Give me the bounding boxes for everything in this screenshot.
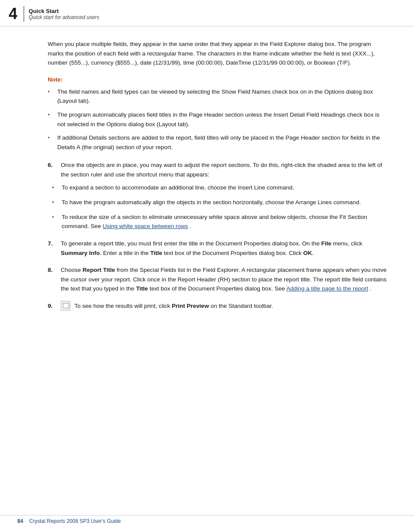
step-8-number: 8. (48, 265, 61, 275)
step-7: 7. To generate a report title, you must … (48, 239, 388, 258)
step-6-number: 6. (48, 160, 61, 170)
step-7-text: To generate a report title, you must fir… (61, 239, 388, 258)
list-item: • If additional Details sections are add… (48, 133, 388, 152)
intro-paragraph: When you place multiple fields, they app… (48, 39, 388, 68)
bullet-icon: • (52, 212, 59, 222)
page: 4 Quick Start Quick start for advanced u… (0, 0, 414, 532)
footer-book-title: Crystal Reports 2008 SP3 User's Guide (29, 518, 121, 524)
note-bullet-2: The program automatically places field t… (57, 110, 388, 129)
note-section: Note: • The field names and field types … (48, 76, 388, 152)
list-item: • The program automatically places field… (48, 110, 388, 129)
step-6-bullets: • To expand a section to accommodate an … (48, 183, 388, 231)
step-7-number: 7. (48, 239, 61, 248)
bullet-icon: • (52, 198, 59, 207)
step-8: 8. Choose Report Title from the Special … (48, 265, 388, 294)
print-preview-icon (61, 301, 70, 310)
main-content: When you place multiple fields, they app… (0, 26, 414, 332)
step-6-bullet-1: To expand a section to accommodate an ad… (62, 183, 294, 193)
step-6-bullet-2: To have the program automatically align … (62, 198, 361, 207)
bullet-icon: • (48, 110, 55, 120)
adding-title-link[interactable]: Adding a title page to the report (286, 285, 368, 292)
list-item: • To reduce the size of a section to eli… (52, 212, 388, 231)
list-item: • To have the program automatically alig… (52, 198, 388, 207)
bullet-icon: • (48, 87, 55, 97)
note-label: Note: (48, 76, 388, 83)
step-6: 6. Once the objects are in place, you ma… (48, 160, 388, 231)
white-space-link[interactable]: Using white space between rows (103, 223, 188, 229)
bullet-icon: • (48, 133, 55, 143)
note-bullet-1: The field names and field types can be v… (57, 87, 388, 106)
footer-page-number: 84 (17, 518, 23, 524)
list-item: • The field names and field types can be… (48, 87, 388, 106)
note-bullet-3: If additional Details sections are added… (57, 133, 388, 152)
chapter-number: 4 (9, 6, 17, 22)
step-6-bullet-3: To reduce the size of a section to elimi… (62, 212, 388, 231)
step-8-text: Choose Report Title from the Special Fie… (61, 265, 388, 294)
step-6-text: Once the objects are in place, you may w… (61, 160, 388, 179)
step-8-row: 8. Choose Report Title from the Special … (48, 265, 388, 294)
chapter-title: Quick Start (29, 8, 99, 14)
page-header: 4 Quick Start Quick start for advanced u… (0, 0, 414, 26)
step-6-row: 6. Once the objects are in place, you ma… (48, 160, 388, 179)
step-9-number: 9. (48, 301, 61, 311)
header-text-block: Quick Start Quick start for advanced use… (23, 6, 99, 22)
step-9-row: 9. To see how the results will print, cl… (48, 301, 388, 311)
step-9: 9. To see how the results will print, cl… (48, 301, 388, 311)
step-9-text: To see how the results will print, click… (61, 301, 388, 311)
list-item: • To expand a section to accommodate an … (52, 183, 388, 193)
bullet-icon: • (52, 183, 59, 193)
chapter-number-block: 4 (9, 6, 17, 22)
page-footer: 84 Crystal Reports 2008 SP3 User's Guide (0, 515, 414, 524)
note-bullets: • The field names and field types can be… (48, 87, 388, 152)
step-7-row: 7. To generate a report title, you must … (48, 239, 388, 258)
chapter-subtitle: Quick start for advanced users (29, 14, 99, 20)
